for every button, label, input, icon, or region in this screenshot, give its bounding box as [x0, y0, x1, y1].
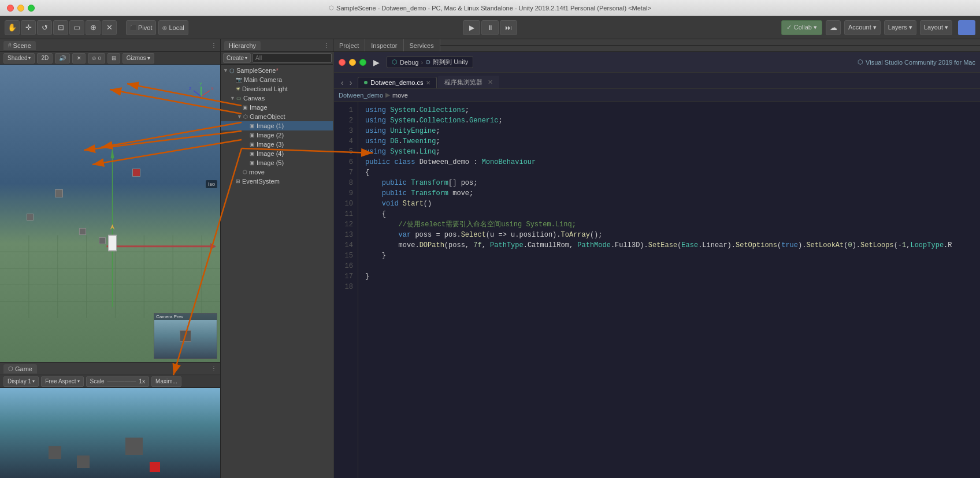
expand-arrow-icon[interactable]: ▼: [223, 68, 228, 73]
game-tab[interactable]: ⬡ Game: [3, 364, 37, 374]
scene-maximize-button[interactable]: ⋮: [211, 42, 217, 48]
maximize-button[interactable]: [28, 5, 35, 12]
game-obj-red: [150, 462, 160, 472]
code-line: }: [365, 251, 973, 261]
scene-toolbar: Shaded ▾ 2D 🔊 ☀ ⊘ 0 ⊞ Gizmos ▾: [0, 52, 220, 65]
tab-services[interactable]: Services: [404, 39, 440, 51]
scale-tool-button[interactable]: ⊡: [53, 20, 68, 35]
gizmos-dropdown[interactable]: Gizmos ▾: [122, 53, 155, 64]
vs-maximize-button[interactable]: [359, 59, 366, 66]
game-maximize-button[interactable]: ⋮: [211, 365, 217, 372]
vs-nav: ‹ ›: [336, 77, 357, 88]
aspect-dropdown-icon: ▾: [77, 379, 80, 384]
vs-minimize-button[interactable]: [349, 59, 356, 66]
fx-button[interactable]: ☀: [72, 53, 86, 64]
file-tab-dotween[interactable]: Dotween_demo.cs ✕: [358, 77, 437, 88]
hierarchy-item[interactable]: ▣ Image: [221, 103, 333, 112]
hierarchy-item[interactable]: ▼⬡ SampleScene*: [221, 66, 333, 75]
shading-dropdown[interactable]: Shaded ▾: [3, 53, 35, 64]
hierarchy-item[interactable]: ▣ Image (2): [221, 130, 333, 140]
hand-tool-button[interactable]: ✋: [5, 20, 20, 35]
local-button[interactable]: ◎ Local: [158, 20, 188, 35]
event-icon: ⊞: [236, 178, 240, 184]
hierarchy-item-label: move: [249, 169, 265, 175]
expand-arrow-icon[interactable]: ▼: [230, 95, 235, 101]
step-button[interactable]: ⏭: [500, 20, 517, 35]
hierarchy-item[interactable]: ▣ Image (1): [221, 121, 333, 130]
hierarchy-search-input[interactable]: [253, 53, 332, 63]
audio-button[interactable]: 🔊: [55, 53, 70, 64]
custom-tool-button[interactable]: ✕: [102, 20, 117, 35]
window-controls: [0, 5, 35, 12]
hierarchy-item-label: Image (4): [257, 150, 284, 157]
breadcrumb-root[interactable]: Dotween_demo: [339, 92, 383, 99]
image-icon: ▣: [250, 132, 255, 138]
code-line: //使用select需要引入命名空间using System.Linq;: [365, 219, 973, 230]
hierarchy-tab[interactable]: Hierarchy: [224, 41, 261, 50]
create-button[interactable]: Create ▾: [223, 53, 251, 63]
debug-icon: ⬡: [392, 58, 398, 66]
hierarchy-item[interactable]: ▣ Image (5): [221, 158, 333, 167]
image-icon: ▣: [243, 104, 248, 110]
aspect-dropdown[interactable]: Free Aspect ▾: [41, 376, 83, 387]
code-line: void Start(): [365, 199, 973, 209]
vs-code-area: 123456789101112131415161718 using System…: [334, 102, 980, 478]
scene-obj-4: [79, 228, 86, 235]
tab-project[interactable]: Project: [333, 39, 365, 51]
vs-icon: ⬡: [858, 58, 863, 66]
play-button[interactable]: ▶: [463, 20, 480, 35]
minimize-button[interactable]: [17, 5, 24, 12]
hierarchy-item[interactable]: 📷 Main Camera: [221, 75, 333, 84]
rotate-tool-button[interactable]: ↺: [37, 20, 52, 35]
hierarchy-item-label: Main Camera: [244, 76, 282, 83]
game-viewport[interactable]: [0, 388, 220, 478]
file-close-button-2[interactable]: ✕: [488, 79, 493, 86]
layout-button[interactable]: Layout ▾: [920, 20, 952, 35]
file-close-button-1[interactable]: ✕: [426, 80, 430, 86]
grid-button[interactable]: ⊞: [107, 53, 120, 64]
line-number: 16: [334, 261, 353, 271]
hierarchy-item[interactable]: ⬡ move: [221, 167, 333, 177]
nav-back-button[interactable]: ‹: [339, 77, 346, 88]
hierarchy-item[interactable]: ☀ Directional Light: [221, 84, 333, 94]
nav-forward-button[interactable]: ›: [347, 77, 355, 88]
cloud-button[interactable]: ☁: [826, 20, 841, 35]
hierarchy-maximize-button[interactable]: ⋮: [324, 42, 329, 48]
hierarchy-item[interactable]: ⊞ EventSystem: [221, 177, 333, 186]
vs-run-button[interactable]: ▶: [370, 57, 383, 68]
hierarchy-item[interactable]: ▣ Image (4): [221, 149, 333, 158]
hierarchy-item[interactable]: ▣ Image (3): [221, 140, 333, 149]
svg-marker-14: [210, 243, 216, 249]
file-tab-browser[interactable]: 程序集浏览器 ✕: [438, 76, 499, 88]
hierarchy-item[interactable]: ▼▭ Canvas: [221, 94, 333, 103]
pause-button[interactable]: ⏸: [481, 20, 499, 35]
scene-viewport[interactable]: Iso X Y Z Camera Prev: [0, 65, 220, 362]
line-number: 10: [334, 199, 353, 209]
move-tool-button[interactable]: ✛: [21, 20, 36, 35]
account-button[interactable]: Account ▾: [844, 20, 881, 35]
expand-arrow-icon[interactable]: ▼: [237, 114, 242, 120]
maximize-button[interactable]: Maxim...: [151, 376, 181, 387]
title-bar: ⬡ SampleScene - Dotween_demo - PC, Mac &…: [0, 0, 980, 16]
2d-button[interactable]: 2D: [37, 53, 53, 64]
display-dropdown[interactable]: Display 1 ▾: [3, 376, 39, 387]
vs-close-button[interactable]: [339, 59, 346, 66]
rect-tool-button[interactable]: ▭: [69, 20, 84, 35]
svg-text:X: X: [211, 87, 214, 91]
hierarchy-item[interactable]: ▼⬡ GameObject: [221, 112, 333, 121]
game-panel: ⬡ Game ⋮ Display 1 ▾ Free Aspect ▾ Scale…: [0, 363, 220, 478]
scene-settings-button[interactable]: ⊘ 0: [88, 53, 105, 64]
transform-tool-button[interactable]: ⊕: [86, 20, 101, 35]
code-content[interactable]: using System.Collections;using System.Co…: [358, 102, 980, 478]
collab-button[interactable]: ✓ Collab ▾: [781, 20, 822, 35]
pivot-button[interactable]: ⬛ Pivot: [126, 20, 156, 35]
scene-tab[interactable]: # Scene: [3, 41, 36, 50]
layers-button[interactable]: Layers ▾: [884, 20, 916, 35]
vs-outer: Project Inspector Services ▶ ⬡ Debug › ⊙: [333, 39, 980, 478]
unity-icon: ⬡: [329, 5, 334, 11]
tab-inspector[interactable]: Inspector: [365, 39, 403, 51]
scene-obj-3: [99, 237, 106, 244]
scale-control[interactable]: Scale ————— 1x: [86, 376, 150, 387]
line-number: 13: [334, 230, 353, 240]
close-button[interactable]: [7, 5, 14, 12]
